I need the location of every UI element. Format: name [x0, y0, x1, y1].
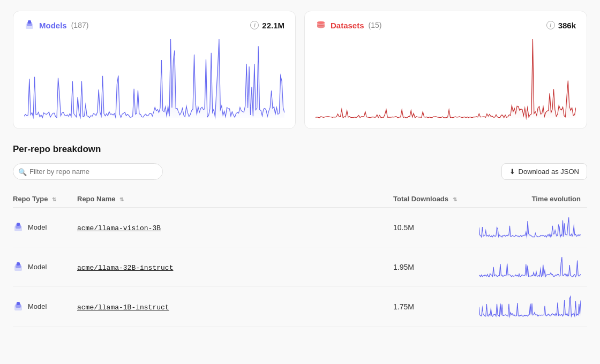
repo-name-link[interactable]: acme/llama-vision-3B [77, 224, 161, 232]
models-card-header: Models (187) i 22.1M [24, 20, 284, 31]
repo-name-link[interactable]: acme/llama-1B-instruct [77, 304, 169, 312]
downloads-cell: 1.75M [393, 287, 479, 327]
top-cards: Models (187) i 22.1M [13, 11, 587, 129]
search-icon: 🔍 [18, 168, 27, 176]
toolbar: 🔍 ⬇ Download as JSON [13, 163, 587, 180]
models-info-icon[interactable]: i [250, 21, 259, 29]
table-row: Model acme/llama-1B-instruct1.75M [13, 287, 587, 327]
filter-wrapper: 🔍 [13, 163, 163, 180]
models-chart-area [24, 37, 284, 120]
mini-chart-cell [479, 287, 587, 327]
repo-table: Repo Type ⇅ Repo Name ⇅ Total Downloads … [13, 191, 587, 327]
svg-rect-6 [17, 223, 20, 226]
datasets-card: Datasets (15) i 386k [304, 11, 587, 129]
download-btn-label: Download as JSON [519, 168, 579, 176]
models-card: Models (187) i 22.1M [13, 11, 296, 129]
datasets-stat-group: i 386k [546, 21, 576, 30]
model-icon [13, 222, 24, 233]
models-chart [24, 37, 284, 120]
col-header-downloads: Total Downloads ⇅ [393, 191, 479, 208]
name-cell: acme/llama-32B-instruct [77, 247, 393, 287]
mini-chart-cell [479, 247, 587, 287]
download-json-button[interactable]: ⬇ Download as JSON [501, 163, 587, 180]
sort-icon-downloads[interactable]: ⇅ [453, 196, 457, 202]
model-icon [13, 262, 24, 272]
mini-chart [479, 255, 581, 279]
per-repo-section: Per-repo breakdown 🔍 ⬇ Download as JSON … [13, 144, 587, 327]
col-header-type: Repo Type ⇅ [13, 191, 77, 208]
col-header-evolution: Time evolution [479, 191, 587, 208]
svg-rect-9 [17, 262, 20, 266]
repo-type-label: Model [28, 263, 47, 271]
sort-icon-name[interactable]: ⇅ [119, 196, 124, 202]
svg-rect-12 [17, 302, 20, 305]
datasets-card-header: Datasets (15) i 386k [316, 20, 576, 31]
models-stat-group: i 22.1M [250, 21, 284, 30]
datasets-title-group: Datasets (15) [316, 20, 381, 31]
name-cell: acme/llama-vision-3B [77, 208, 393, 247]
table-row: Model acme/llama-32B-instruct1.95M [13, 247, 587, 287]
section-title: Per-repo breakdown [13, 144, 587, 155]
model-icon [13, 301, 24, 312]
datasets-chart [316, 37, 576, 120]
downloads-cell: 1.95M [393, 247, 479, 287]
models-title: Models [39, 21, 67, 30]
sort-icon-type[interactable]: ⇅ [52, 196, 56, 202]
name-cell: acme/llama-1B-instruct [77, 287, 393, 327]
datasets-count: (15) [369, 21, 382, 29]
table-header: Repo Type ⇅ Repo Name ⇅ Total Downloads … [13, 191, 587, 208]
repo-type-label: Model [28, 223, 47, 231]
mini-chart-cell [479, 208, 587, 247]
col-header-name: Repo Name ⇅ [77, 191, 393, 208]
datasets-info-icon[interactable]: i [546, 21, 555, 29]
repo-type-label: Model [28, 302, 47, 310]
type-cell: Model [13, 247, 77, 287]
table-body: Model acme/llama-vision-3B10.5M Model ac… [13, 208, 587, 327]
mini-chart [479, 215, 581, 239]
download-icon: ⬇ [509, 168, 515, 176]
type-cell: Model [13, 287, 77, 327]
svg-rect-2 [28, 20, 31, 24]
datasets-title: Datasets [331, 21, 364, 30]
datasets-icon [316, 20, 326, 31]
models-icon [24, 20, 35, 31]
models-count: (187) [71, 21, 89, 29]
downloads-cell: 10.5M [393, 208, 479, 247]
datasets-stat: 386k [558, 21, 576, 30]
mini-chart [479, 294, 581, 318]
models-stat: 22.1M [262, 21, 284, 30]
filter-input[interactable] [13, 163, 163, 180]
table-row: Model acme/llama-vision-3B10.5M [13, 208, 587, 247]
type-cell: Model [13, 208, 77, 247]
repo-name-link[interactable]: acme/llama-32B-instruct [77, 264, 173, 272]
datasets-chart-area [316, 37, 576, 120]
models-title-group: Models (187) [24, 20, 88, 31]
